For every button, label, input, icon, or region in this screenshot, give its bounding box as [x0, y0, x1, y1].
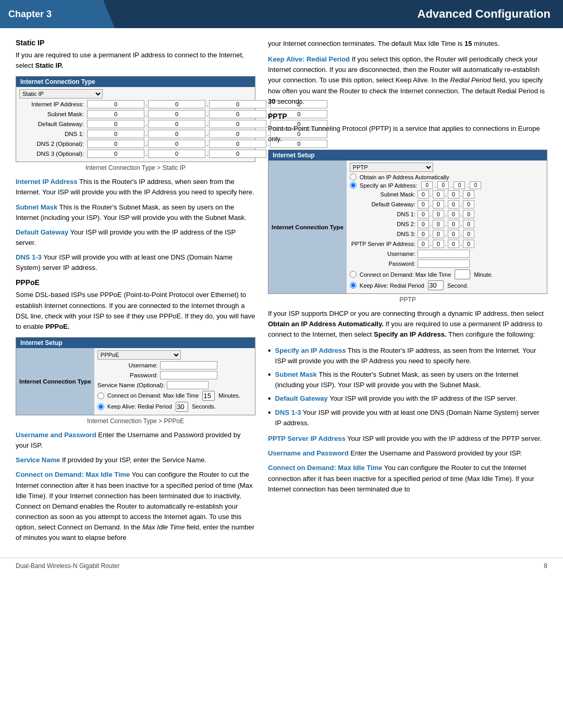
- pptp-server-4[interactable]: [463, 240, 474, 248]
- ip-octet-2[interactable]: [148, 100, 205, 108]
- connect-term-para: Connect on Demand: Max Idle Time You can…: [16, 470, 255, 543]
- pptp-subnet-3[interactable]: [448, 190, 459, 199]
- pptp-gw-1[interactable]: [418, 200, 429, 208]
- pptp-gw-3[interactable]: [448, 200, 459, 208]
- pptp-radio-specify: Specify an IP Address: . . .: [350, 181, 544, 189]
- pptp-gw-2[interactable]: [433, 200, 444, 208]
- pptp-dns2-2[interactable]: [433, 220, 444, 228]
- pptp-subnet-2[interactable]: [433, 190, 444, 199]
- pptp-dns3-row: DNS 3: . . .: [350, 230, 544, 238]
- pppoe-select[interactable]: PPPoE: [97, 350, 181, 360]
- pptp-dns1-4[interactable]: [463, 210, 474, 218]
- pptp-idle-input[interactable]: [455, 269, 470, 279]
- pppoe-redial-input[interactable]: [176, 402, 188, 412]
- pptp-dns2-row: DNS 2: . . .: [350, 220, 544, 228]
- dhcp-text-para: If your ISP supports DHCP or you are con…: [268, 309, 547, 340]
- pptp-title: PPTP: [268, 112, 547, 120]
- pptp-radio-specify-input[interactable]: [350, 182, 357, 189]
- pptp-redial-input[interactable]: [428, 280, 444, 290]
- pppoe-box-body: PPPoE Username: Password: Service Name (…: [94, 348, 255, 415]
- pptp-ip-3[interactable]: [454, 181, 465, 189]
- pptp-body: Point-to-Point Tunneling Protocol (PPTP)…: [268, 124, 547, 144]
- ip-octet-3[interactable]: [209, 100, 266, 108]
- pptp-server-2[interactable]: [433, 240, 444, 248]
- pptp-gw-4[interactable]: [463, 200, 474, 208]
- pptp-radio-demand: Connect on Demand: Max Idle Time Minute.: [350, 269, 544, 279]
- pppoe-radio-demand[interactable]: [97, 392, 104, 399]
- pptp-ip-1[interactable]: [421, 181, 433, 189]
- dns2-octet-1[interactable]: [87, 140, 144, 148]
- pppoe-idle-time-input[interactable]: [202, 391, 215, 401]
- username-term: Username and Password: [16, 431, 96, 439]
- pptp-server-3[interactable]: [448, 240, 459, 248]
- keep-alive-term: Keep Alive: Redial Period: [268, 55, 350, 63]
- gw-octet-2[interactable]: [148, 120, 205, 128]
- static-ip-box-title: Internet Connection Type: [16, 77, 255, 87]
- pptp-dns3-3[interactable]: [448, 230, 459, 238]
- pptp-ip-4[interactable]: [470, 181, 481, 189]
- static-ip-body: If you are required to use a permanent I…: [16, 50, 255, 71]
- dns2-octet-2[interactable]: [148, 140, 205, 148]
- pptp-subnet-4[interactable]: [463, 190, 474, 199]
- dns3-octet-3[interactable]: [209, 150, 266, 158]
- pptp-box-body: PPTP Obtain an IP Address Automatically …: [347, 161, 547, 293]
- pppoe-username-input[interactable]: [160, 361, 217, 369]
- pppoe-config-box: Internet Setup Internet Connection Type …: [16, 337, 255, 415]
- title-text: Advanced Configuration: [418, 7, 550, 21]
- internet-ip-row: Internet IP Address: . . .: [19, 100, 252, 108]
- pptp-password-input[interactable]: [418, 260, 470, 268]
- pptp-dns3-2[interactable]: [433, 230, 444, 238]
- pppoe-radio-alive[interactable]: [97, 403, 104, 410]
- subnet-octet-2[interactable]: [148, 110, 205, 118]
- dns1-octet-3[interactable]: [209, 130, 266, 138]
- pppoe-service-input[interactable]: [167, 381, 209, 389]
- pptp-username-input[interactable]: [418, 250, 470, 258]
- pptp-ip-2[interactable]: [437, 181, 449, 189]
- pppoe-password-input[interactable]: [160, 371, 217, 379]
- pptp-username-row: Username:: [350, 250, 544, 258]
- ip-octet-1[interactable]: [87, 100, 144, 108]
- gw-octet-3[interactable]: [209, 120, 266, 128]
- pptp-dns1-2[interactable]: [433, 210, 444, 218]
- page-title: Advanced Configuration: [115, 0, 563, 28]
- pptp-box-inner: Internet Connection Type PPTP Obtain an …: [268, 161, 547, 293]
- pppoe-box-inner: Internet Connection Type PPPoE Username:…: [16, 348, 255, 415]
- page-header: Chapter 3 Advanced Configuration: [0, 0, 563, 28]
- dns1-octet-2[interactable]: [148, 130, 205, 138]
- pptp-dns3-4[interactable]: [463, 230, 474, 238]
- pptp-server-ip-row: PPTP Server IP Address: . . .: [350, 240, 544, 248]
- dns1-octet-1[interactable]: [87, 130, 144, 138]
- pptp-radio-demand-input[interactable]: [350, 271, 357, 278]
- pptp-subnet-1[interactable]: [418, 190, 429, 199]
- bullet-gateway: Default Gateway Your ISP will provide yo…: [268, 393, 547, 404]
- username-term-para: Username and Password Enter the Username…: [16, 430, 255, 451]
- pptp-dns2-4[interactable]: [463, 220, 474, 228]
- pptp-dns3-1[interactable]: [418, 230, 429, 238]
- pptp-dns2-1[interactable]: [418, 220, 429, 228]
- subnet-term-para: Subnet Mask This is the Router's Subnet …: [16, 202, 255, 223]
- subnet-octet-3[interactable]: [209, 110, 266, 118]
- pppoe-body: Some DSL-based ISPs use PPPoE (Point-to-…: [16, 290, 255, 332]
- pptp-server-1[interactable]: [418, 240, 429, 248]
- pptp-server-para: PPTP Server IP Address Your ISP will pro…: [268, 434, 547, 444]
- pptp-dns2-3[interactable]: [448, 220, 459, 228]
- static-ip-select[interactable]: Static IP: [19, 89, 103, 98]
- pptp-dns1-1[interactable]: [418, 210, 429, 218]
- pptp-radio-auto-input[interactable]: [350, 174, 357, 180]
- chapter-label: Chapter 3: [0, 0, 115, 28]
- dns3-octet-1[interactable]: [87, 150, 144, 158]
- gw-octet-1[interactable]: [87, 120, 144, 128]
- pptp-dns1-3[interactable]: [448, 210, 459, 218]
- pptp-radio-alive-input[interactable]: [350, 282, 357, 289]
- pppoe-caption: Internet Connection Type > PPPoE: [16, 417, 255, 425]
- subnet-octet-1[interactable]: [87, 110, 144, 118]
- pppoe-radio2-row: Keep Alive: Redial Period Seconds.: [97, 402, 252, 412]
- left-column: Static IP If you are required to use a p…: [16, 39, 255, 547]
- dns2-row: DNS 2 (Optional): . . .: [19, 140, 252, 148]
- dns3-octet-2[interactable]: [148, 150, 205, 158]
- gateway-term: Default Gateway: [16, 228, 68, 236]
- pptp-select[interactable]: PPTP: [350, 163, 433, 172]
- service-term: Service Name: [16, 456, 60, 464]
- dns2-octet-3[interactable]: [209, 140, 266, 148]
- pptp-config-box: Internet Setup Internet Connection Type …: [268, 150, 547, 294]
